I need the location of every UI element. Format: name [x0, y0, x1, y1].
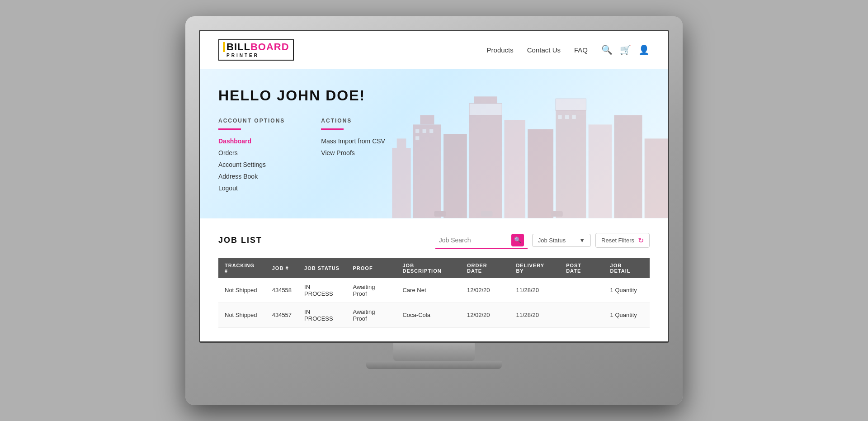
cart-icon[interactable]: 🛒	[620, 44, 631, 55]
hero-section: HELLO JOHN DOE! ACCOUNT OPTIONS Dashboar…	[200, 69, 668, 218]
list-item[interactable]: View Proofs	[321, 149, 385, 157]
address-book-link[interactable]: Address Book	[218, 173, 258, 180]
col-job-status: JOB STATUS	[298, 258, 346, 278]
job-list-header: JOB LIST 🔍 Job Status ▼ Reset Filters ↻	[218, 232, 650, 249]
svg-rect-1	[396, 139, 406, 148]
svg-rect-7	[504, 120, 525, 218]
list-item[interactable]: Mass Import from CSV	[321, 137, 385, 145]
cell-order-date: 12/02/20	[461, 278, 509, 303]
col-proof: PROOF	[347, 258, 396, 278]
job-filters: 🔍 Job Status ▼ Reset Filters ↻	[435, 232, 650, 249]
search-input[interactable]	[439, 237, 511, 244]
table-row[interactable]: Not Shipped 434558 IN PROCESS Awaiting P…	[218, 278, 650, 303]
main-nav: Products Contact Us FAQ 🔍 🛒 👤	[487, 44, 650, 55]
mass-import-link[interactable]: Mass Import from CSV	[321, 137, 385, 145]
cell-tracking: Not Shipped	[218, 278, 266, 303]
cell-proof: Awaiting Proof	[347, 303, 396, 327]
svg-rect-9	[556, 111, 586, 218]
svg-rect-26	[481, 211, 492, 217]
nav-products[interactable]: Products	[487, 46, 514, 54]
col-post-date: POST DATE	[560, 258, 604, 278]
nav-faq[interactable]: FAQ	[574, 46, 588, 54]
col-tracking: TRACKING #	[218, 258, 266, 278]
actions-list: Mass Import from CSV View Proofs	[321, 137, 385, 157]
cell-proof: Awaiting Proof	[347, 278, 396, 303]
col-job-num: JOB #	[266, 258, 298, 278]
city-background	[387, 78, 668, 218]
logo[interactable]: BILLBOARD PRINTER	[218, 39, 294, 61]
col-delivery: DELIVERY BY	[509, 258, 560, 278]
svg-rect-24	[556, 99, 586, 111]
monitor-stand	[393, 343, 475, 361]
nav-contact[interactable]: Contact Us	[527, 46, 561, 54]
account-settings-link[interactable]: Account Settings	[218, 161, 266, 168]
cell-job-detail: 1 Quantity	[604, 278, 650, 303]
col-job-desc: JOB DESCRIPTION	[396, 258, 460, 278]
actions-heading: ACTIONS	[321, 118, 385, 124]
svg-rect-22	[572, 115, 576, 119]
cell-order-date: 12/02/20	[461, 303, 509, 327]
search-box: 🔍	[435, 232, 528, 249]
logo-board: BOARD	[250, 41, 289, 52]
actions-col: ACTIONS Mass Import from CSV View Proofs	[321, 118, 385, 196]
svg-rect-8	[528, 129, 553, 218]
account-options-heading: ACCOUNT OPTIONS	[218, 118, 285, 124]
svg-rect-15	[422, 129, 426, 133]
status-filter-label: Job Status	[538, 237, 566, 244]
job-list-title: JOB LIST	[218, 236, 262, 245]
list-item[interactable]: Account Settings	[218, 161, 285, 169]
svg-rect-21	[565, 115, 569, 119]
svg-rect-27	[551, 211, 563, 217]
account-options-divider	[218, 128, 241, 130]
svg-rect-17	[415, 137, 419, 140]
cell-post-date	[560, 303, 604, 327]
svg-rect-13	[644, 139, 668, 218]
cell-delivery: 11/28/20	[509, 278, 560, 303]
status-filter[interactable]: Job Status ▼	[532, 234, 591, 247]
table-row[interactable]: Not Shipped 434557 IN PROCESS Awaiting P…	[218, 303, 650, 327]
col-job-detail: JOB DETAIL	[604, 258, 650, 278]
search-button[interactable]: 🔍	[511, 234, 524, 246]
logout-link[interactable]: Logout	[218, 184, 238, 192]
view-proofs-link[interactable]: View Proofs	[321, 149, 354, 156]
table-body: Not Shipped 434558 IN PROCESS Awaiting P…	[218, 278, 650, 328]
svg-rect-0	[392, 148, 410, 218]
search-icon[interactable]: 🔍	[601, 44, 613, 55]
chevron-down-icon: ▼	[579, 237, 585, 244]
list-item[interactable]: Orders	[218, 149, 285, 157]
cell-job-status: IN PROCESS	[298, 278, 346, 303]
cell-tracking: Not Shipped	[218, 303, 266, 327]
table-header: TRACKING # JOB # JOB STATUS PROOF JOB DE…	[218, 258, 650, 278]
list-item[interactable]: Logout	[218, 184, 285, 192]
cell-job-num: 434557	[266, 303, 298, 327]
orders-link[interactable]: Orders	[218, 149, 238, 156]
header: BILLBOARD PRINTER Products Contact Us FA…	[200, 31, 668, 69]
dashboard-link[interactable]: Dashboard	[218, 137, 251, 145]
svg-rect-25	[434, 211, 446, 217]
svg-rect-20	[558, 115, 561, 119]
list-item[interactable]: Dashboard	[218, 137, 285, 145]
main-content: JOB LIST 🔍 Job Status ▼ Reset Filters ↻	[200, 218, 668, 341]
svg-rect-14	[415, 129, 419, 133]
logo-bill: BILL	[226, 41, 250, 52]
reset-filters-button[interactable]: Reset Filters ↻	[595, 233, 650, 248]
svg-rect-11	[588, 125, 612, 218]
list-item[interactable]: Address Book	[218, 172, 285, 180]
svg-rect-16	[429, 129, 433, 133]
cell-description: Coca-Cola	[396, 303, 460, 327]
svg-rect-4	[443, 134, 467, 218]
user-icon[interactable]: 👤	[638, 44, 650, 55]
cell-delivery: 11/28/20	[509, 303, 560, 327]
account-options-list: Dashboard Orders Account Settings Addres…	[218, 137, 285, 192]
cell-description: Care Net	[396, 278, 460, 303]
col-order-date: ORDER DATE	[461, 258, 509, 278]
cell-job-detail: 1 Quantity	[604, 303, 650, 327]
cell-job-num: 434558	[266, 278, 298, 303]
svg-rect-3	[420, 115, 434, 125]
cell-job-status: IN PROCESS	[298, 303, 346, 327]
monitor-base	[366, 361, 502, 369]
job-table: TRACKING # JOB # JOB STATUS PROOF JOB DE…	[218, 258, 650, 328]
logo-printer: PRINTER	[223, 53, 259, 58]
svg-rect-23	[469, 104, 502, 115]
reset-filters-label: Reset Filters	[601, 237, 634, 244]
